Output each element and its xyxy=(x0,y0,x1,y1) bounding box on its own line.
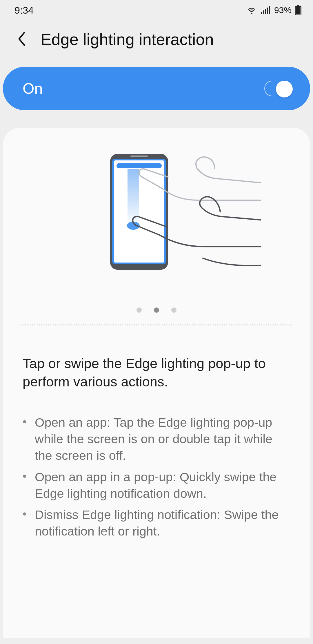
app-bar: Edge lighting interaction xyxy=(0,20,313,58)
master-toggle-label: On xyxy=(23,80,43,97)
description-bullet: Open an app: Tap the Edge lighting pop-u… xyxy=(23,414,290,464)
status-bar: 9:34 93% xyxy=(0,0,313,20)
description-bullet: Open an app in a pop-up: Quickly swipe t… xyxy=(23,469,290,502)
status-right: 93% xyxy=(246,5,301,15)
svg-rect-0 xyxy=(261,12,262,14)
description-lead: Tap or swipe the Edge lighting pop-up to… xyxy=(23,354,290,391)
svg-rect-4 xyxy=(269,6,270,14)
chevron-left-icon xyxy=(17,31,27,47)
pager-dot-1[interactable] xyxy=(154,307,159,313)
master-toggle-row[interactable]: On xyxy=(3,67,310,110)
description-list: Open an app: Tap the Edge lighting pop-u… xyxy=(23,414,290,540)
description-bullet: Dismiss Edge lighting notification: Swip… xyxy=(23,506,290,540)
back-button[interactable] xyxy=(12,29,32,49)
signal-icon xyxy=(260,6,271,14)
pager-indicator xyxy=(3,307,310,313)
info-card: Tap or swipe the Edge lighting pop-up to… xyxy=(3,128,310,638)
svg-rect-7 xyxy=(296,7,301,15)
svg-rect-3 xyxy=(267,8,268,14)
svg-rect-2 xyxy=(265,9,266,14)
page-title: Edge lighting interaction xyxy=(41,30,214,49)
switch-knob xyxy=(276,81,293,97)
svg-rect-1 xyxy=(263,10,264,14)
battery-icon xyxy=(295,5,301,15)
svg-rect-10 xyxy=(130,155,148,157)
svg-rect-11 xyxy=(117,163,162,168)
description-block: Tap or swipe the Edge lighting pop-up to… xyxy=(3,325,310,540)
pager-dot-0[interactable] xyxy=(137,307,142,313)
master-toggle-switch[interactable] xyxy=(264,81,292,96)
battery-percent: 93% xyxy=(274,5,292,15)
wifi-icon xyxy=(246,6,257,14)
status-time: 9:34 xyxy=(14,5,34,16)
phone-swipe-illustration xyxy=(52,151,261,273)
illustration xyxy=(3,145,310,273)
pager-dot-2[interactable] xyxy=(171,307,176,313)
